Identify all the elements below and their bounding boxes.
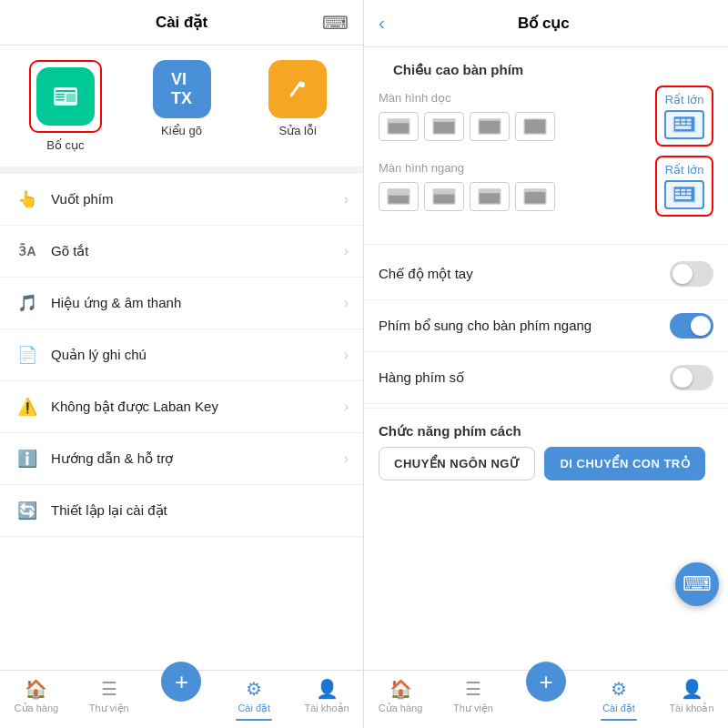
svg-rect-17 — [675, 119, 680, 122]
svg-rect-27 — [434, 195, 455, 204]
keyboard-height-title: Chiều cao bàn phím — [379, 47, 713, 86]
svg-rect-36 — [687, 189, 692, 192]
svg-rect-25 — [389, 196, 410, 204]
phim-bo-sung-label: Phím bổ sung cho bàn phím ngang — [379, 318, 670, 334]
left-nav-cua-hang[interactable]: 🏠 Cửa hàng — [0, 678, 73, 724]
cua-hang-label: Cửa hàng — [15, 703, 59, 714]
svg-rect-19 — [687, 119, 692, 122]
quan-ly-icon: 📄 — [15, 342, 40, 368]
thu-vien-label: Thư viện — [89, 703, 129, 714]
chevron-icon-3: › — [344, 295, 349, 311]
menu-item-go-tat[interactable]: 3̄A Gõ tắt › — [0, 226, 363, 278]
toggle-thumb-2 — [691, 316, 711, 336]
che-do-mot-tay-toggle[interactable] — [670, 261, 713, 287]
menu-item-thiet-lap[interactable]: 🔄 Thiết lập lại cài đặt — [0, 485, 363, 537]
svg-rect-5 — [66, 94, 76, 102]
menu-item-vuot-phim[interactable]: 👆 Vuốt phím › — [0, 174, 363, 226]
toggle-thumb-3 — [672, 368, 693, 388]
plus-button-right[interactable]: + — [526, 662, 566, 702]
svg-rect-14 — [525, 120, 546, 134]
svg-point-6 — [299, 82, 305, 87]
hieu-ung-label: Hiệu ứng & âm thanh — [51, 295, 344, 311]
right-nav-cai-dat[interactable]: ⚙ Cài đặt — [582, 678, 655, 724]
svg-rect-40 — [675, 196, 692, 199]
divider-1 — [364, 244, 728, 245]
svg-rect-2 — [56, 94, 65, 96]
left-nav-tai-khoan[interactable]: 👤 Tài khoản — [290, 678, 363, 724]
menu-item-khong-bat[interactable]: ⚠️ Không bật được Laban Key › — [0, 381, 363, 433]
svg-rect-3 — [56, 96, 65, 98]
back-button[interactable]: ‹ — [379, 13, 385, 34]
go-tat-icon: 3̄A — [15, 238, 40, 264]
kb-landscape-1[interactable] — [379, 182, 419, 211]
vuot-phim-label: Vuốt phím — [51, 191, 344, 207]
svg-rect-12 — [480, 121, 500, 134]
bo-cuc-label: Bố cục — [46, 138, 84, 152]
di-chuyen-con-tro-btn[interactable]: DI CHUYỂN CON TRỎ — [544, 447, 705, 480]
svg-rect-35 — [681, 189, 685, 192]
right-bottom-nav: 🏠 Cửa hàng ☰ Thư viện + ⚙ Cài đặt 👤 Tài … — [364, 670, 728, 728]
left-title: Cài đặt — [156, 13, 207, 32]
chevron-icon: › — [344, 191, 349, 207]
icon-item-bo-cuc[interactable]: Bố cục — [15, 60, 116, 152]
thu-vien-label-right: Thư viện — [453, 703, 493, 714]
toggle-thumb-1 — [672, 264, 693, 284]
toggle-hang-phim-so: Hàng phím số — [364, 352, 728, 404]
chevron-icon-4: › — [344, 347, 349, 363]
svg-rect-22 — [687, 123, 692, 126]
quan-ly-label: Quản lý ghi chú — [51, 347, 344, 363]
kb-portrait-2[interactable] — [424, 112, 464, 141]
divider-2 — [364, 408, 728, 409]
right-nav-tai-khoan[interactable]: 👤 Tài khoản — [655, 678, 728, 724]
kieu-go-label: Kiểu gõ — [161, 124, 202, 137]
right-selected-indicator — [601, 719, 637, 721]
hang-phim-so-toggle[interactable] — [670, 365, 713, 390]
library-icon-right: ☰ — [465, 678, 481, 700]
kb-portrait-selected[interactable] — [664, 110, 704, 139]
sua-loi-icon-box — [268, 60, 327, 118]
left-nav-plus[interactable]: + — [146, 678, 218, 724]
vuot-phim-icon: 👆 — [15, 187, 40, 212]
kb-landscape-selected[interactable] — [664, 180, 704, 209]
huong-dan-label: Hướng dẫn & hỗ trợ — [51, 450, 344, 467]
kb-portrait-4[interactable] — [515, 112, 555, 141]
icon-item-sua-loi[interactable]: Sửa lỗi — [247, 60, 349, 152]
portrait-selected-box: Rất lớn — [655, 86, 713, 147]
menu-item-hieu-ung[interactable]: 🎵 Hiệu ứng & âm thanh › — [0, 278, 363, 329]
kieu-go-icon-box: VITX — [153, 60, 211, 118]
chuc-nang-title: Chức năng phím cách — [364, 412, 728, 447]
left-panel: Cài đặt ⌨ Bố cục — [0, 0, 364, 728]
svg-rect-23 — [675, 126, 692, 129]
right-nav-cua-hang[interactable]: 🏠 Cửa hàng — [364, 678, 437, 724]
left-nav-thu-vien[interactable]: ☰ Thư viện — [73, 678, 146, 724]
landscape-size-label: Rất lớn — [665, 163, 704, 177]
right-nav-plus[interactable]: + — [510, 678, 582, 724]
huong-dan-icon: ℹ️ — [15, 446, 40, 471]
svg-rect-20 — [675, 123, 680, 126]
kb-landscape-3[interactable] — [470, 182, 510, 211]
tai-khoan-label: Tài khoản — [304, 703, 349, 714]
account-icon-right: 👤 — [681, 678, 703, 700]
account-icon-left: 👤 — [316, 678, 339, 700]
svg-rect-34 — [675, 189, 680, 192]
kb-portrait-3[interactable] — [470, 112, 510, 141]
kb-portrait-1[interactable] — [379, 112, 419, 141]
chuyen-ngon-ngu-btn[interactable]: CHUYỂN NGÔN NGỮ — [379, 447, 535, 480]
menu-item-quan-ly[interactable]: 📄 Quản lý ghi chú › — [0, 329, 363, 381]
kb-landscape-2[interactable] — [424, 182, 464, 211]
icon-item-kieu-go[interactable]: VITX Kiểu gõ — [131, 60, 233, 152]
landscape-label: Màn hình ngang — [379, 161, 648, 175]
kb-landscape-4[interactable] — [515, 182, 555, 211]
library-icon: ☰ — [101, 678, 117, 700]
plus-button[interactable]: + — [161, 662, 201, 702]
left-nav-cai-dat[interactable]: ⚙ Cài đặt — [217, 678, 290, 724]
svg-rect-4 — [56, 99, 65, 101]
floating-keyboard-button[interactable]: ⌨ — [675, 562, 719, 606]
menu-list: 👆 Vuốt phím › 3̄A Gõ tắt › 🎵 Hiệu ứng & … — [0, 174, 363, 670]
svg-rect-10 — [434, 122, 455, 134]
settings-icon-right: ⚙ — [611, 678, 627, 700]
menu-item-huong-dan[interactable]: ℹ️ Hướng dẫn & hỗ trợ › — [0, 433, 363, 485]
right-nav-thu-vien[interactable]: ☰ Thư viện — [437, 678, 510, 724]
selected-indicator — [236, 719, 272, 721]
phim-bo-sung-toggle[interactable] — [670, 313, 713, 339]
